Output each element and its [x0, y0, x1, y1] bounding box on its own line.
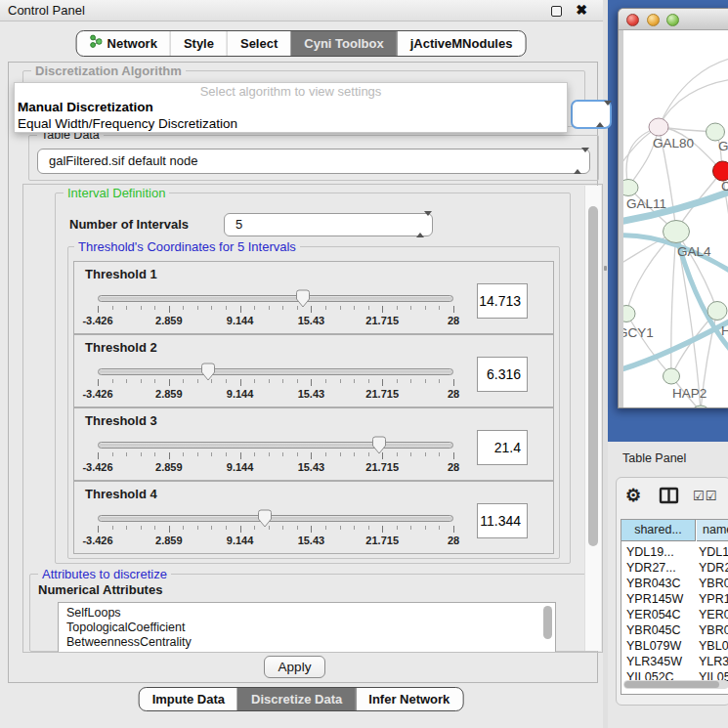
threshold-3-value-field[interactable]: 21.4: [477, 430, 528, 465]
node-gcy1[interactable]: [623, 306, 635, 322]
num-intervals-combo[interactable]: 5: [224, 213, 433, 236]
float-window-icon[interactable]: [551, 6, 562, 17]
dropdown-hint: Select algorithm to view settings: [15, 84, 567, 99]
close-traffic-light[interactable]: [626, 14, 639, 26]
network-icon: [90, 32, 103, 56]
network-graph: GAL80 GA C GAL11 GAL4 GCY1 H HAP2: [623, 30, 728, 408]
slider-track[interactable]: [98, 368, 453, 375]
slider-track[interactable]: [98, 442, 453, 449]
threshold-1-label: Threshold 1: [85, 267, 157, 281]
node-label: GAL11: [626, 196, 666, 211]
tab-cyni-toolbox[interactable]: Cyni Toolbox: [290, 31, 396, 56]
tab-style[interactable]: Style: [170, 31, 227, 56]
slider-track[interactable]: [98, 295, 453, 302]
node-gal80[interactable]: [649, 118, 668, 136]
threshold-1-slider[interactable]: -3.426 2.859 9.144 15.43 21.715 28: [98, 295, 453, 332]
list-item[interactable]: BetweennessCentrality: [59, 635, 555, 650]
column-layout-icon[interactable]: [659, 487, 679, 508]
slider-track[interactable]: [98, 515, 453, 522]
table-row[interactable]: YBR045CYBR04: [621, 622, 728, 638]
slider-thumb[interactable]: [258, 509, 273, 532]
threshold-2-value-field[interactable]: 6.316: [477, 357, 528, 392]
node-gal11[interactable]: [623, 180, 638, 196]
cyni-toolbox-panel: Discretization Algorithm Table Data galF…: [8, 62, 598, 683]
node-red-selected[interactable]: [713, 161, 728, 181]
node-gal4[interactable]: [664, 221, 690, 243]
tab-infer-network[interactable]: Infer Network: [355, 688, 462, 710]
table-hscrollbar[interactable]: [623, 680, 728, 689]
table-data-combo[interactable]: galFiltered.sif default node: [37, 149, 590, 174]
thresholds-group: Threshold's Coordinates for 5 Intervals …: [67, 246, 560, 559]
gear-icon[interactable]: ⚙: [625, 485, 641, 506]
threshold-4-slider[interactable]: -3.426 2.859 9.144 15.43 21.715 28: [98, 515, 453, 552]
network-view-window[interactable]: GAL80 GA C GAL11 GAL4 GCY1 H HAP2: [618, 8, 728, 408]
num-intervals-value: 5: [236, 214, 242, 236]
table-panel: Table Panel ⚙ ☑☑ shared... name YDL: [608, 442, 728, 728]
table-row[interactable]: YDR27...YDR27: [621, 560, 728, 576]
threshold-1-panel: Threshold 1 -3.426 2.859 9.144: [73, 261, 554, 334]
network-window-titlebar[interactable]: [619, 9, 728, 30]
node-label: GAL4: [677, 244, 711, 259]
table-row[interactable]: YDL19...YDL19: [621, 544, 728, 560]
threshold-2-label: Threshold 2: [85, 340, 157, 355]
minimize-traffic-light[interactable]: [647, 14, 660, 26]
panel-title: Control Panel: [8, 0, 85, 21]
threshold-4-label: Threshold 4: [85, 487, 157, 501]
threshold-1-value-field[interactable]: 14.713: [477, 283, 528, 319]
list-item[interactable]: TopologicalCoefficient: [59, 621, 555, 635]
right-region: GAL80 GA C GAL11 GAL4 GCY1 H HAP2 Table …: [608, 0, 728, 728]
node-hap2[interactable]: [664, 368, 680, 384]
close-icon[interactable]: ✖: [576, 2, 587, 18]
tab-jactivemnodules[interactable]: jActiveMNodules: [397, 31, 526, 56]
table-row[interactable]: YPR145WYPR14: [621, 591, 728, 607]
slider-thumb[interactable]: [200, 363, 215, 385]
network-canvas[interactable]: GAL80 GA C GAL11 GAL4 GCY1 H HAP2: [623, 30, 728, 408]
threshold-3-panel: Threshold 3 -3.426 2.859 9.144: [73, 407, 554, 481]
threshold-2-slider[interactable]: -3.426 2.859 9.144 15.43 21.715 28: [98, 368, 453, 406]
control-panel-titlebar: Control Panel ✖: [0, 0, 603, 21]
zoom-traffic-light[interactable]: [666, 14, 679, 26]
list-item[interactable]: SelfLoops: [59, 606, 555, 621]
threshold-4-value-field[interactable]: 11.344: [477, 503, 528, 538]
combo-spinner[interactable]: [416, 216, 424, 234]
table-toolbar: ⚙ ☑☑: [617, 478, 728, 517]
column-header-name[interactable]: name: [697, 520, 728, 541]
tab-impute-data[interactable]: Impute Data: [140, 688, 237, 710]
scrollbar-thumb[interactable]: [588, 206, 598, 546]
table-row[interactable]: YBR043CYBR04: [621, 576, 728, 591]
slider-thumb[interactable]: [296, 289, 311, 312]
attributes-list: SelfLoops TopologicalCoefficient Between…: [58, 602, 556, 653]
num-intervals-label: Number of Intervals: [69, 217, 189, 232]
dropdown-option-manual[interactable]: Manual Discretization: [18, 100, 153, 114]
threshold-3-slider[interactable]: -3.426 2.859 9.144 15.43 21.715 28: [98, 442, 453, 479]
table-row[interactable]: YER054CYER05: [621, 607, 728, 622]
tab-network[interactable]: Network: [77, 31, 170, 56]
node-bottom-partial[interactable]: [691, 406, 710, 408]
tab-select[interactable]: Select: [227, 31, 290, 56]
tab-discretize-data[interactable]: Discretize Data: [237, 688, 355, 710]
settings-scrollbar[interactable]: [584, 186, 601, 651]
list-scrollbar[interactable]: [543, 606, 552, 639]
top-tab-bar: Network Style Select Cyni Toolbox jActiv…: [76, 30, 527, 57]
node-h[interactable]: [707, 302, 727, 321]
select-columns-icon[interactable]: ☑☑: [693, 489, 717, 503]
dropdown-option-equal-width[interactable]: Equal Width/Frequency Discretization: [18, 116, 237, 131]
table-panel-title: Table Panel: [622, 451, 686, 465]
node-label: H: [721, 323, 728, 338]
algorithm-combo-focused[interactable]: [571, 100, 612, 129]
column-header-shared-name[interactable]: shared...: [621, 520, 696, 541]
threshold-3-label: Threshold 3: [85, 413, 157, 428]
divider-grip: [604, 266, 607, 271]
scrollbar-thumb[interactable]: [624, 681, 719, 688]
apply-button[interactable]: Apply: [264, 656, 325, 678]
table-panel-body: ⚙ ☑☑ shared... name YDL19...YDL19 YDR27.…: [616, 477, 728, 706]
table-row[interactable]: YLR345WYLR34: [621, 654, 728, 669]
interval-definition-group: Interval Definition Number of Intervals …: [55, 193, 571, 564]
control-panel: Control Panel ✖ Network Style Select Cyn…: [0, 0, 603, 728]
table-row[interactable]: YBL079WYBL07: [621, 638, 728, 654]
combo-spinner[interactable]: [574, 152, 581, 170]
thresholds-group-title: Threshold's Coordinates for 5 Intervals: [74, 239, 300, 254]
slider-thumb[interactable]: [371, 436, 386, 458]
node-table: shared... name YDL19...YDL19 YDR27...YDR…: [621, 519, 728, 695]
combo-spinner[interactable]: [596, 106, 604, 123]
